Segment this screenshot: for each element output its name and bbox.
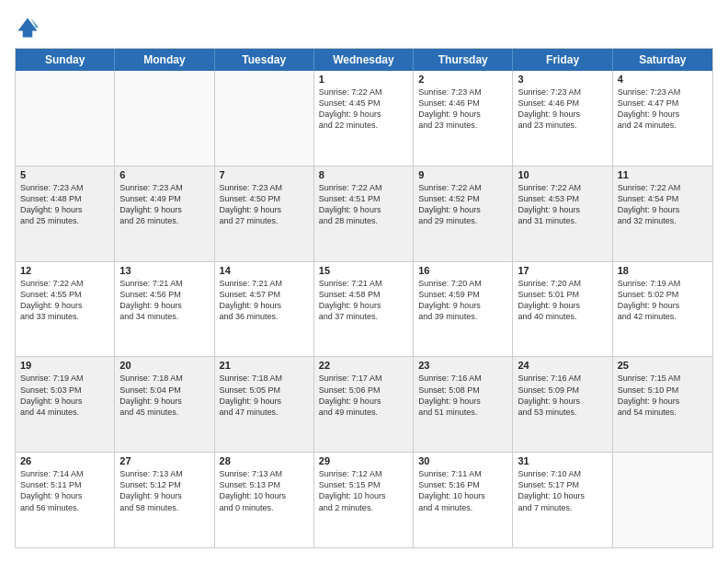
cell-text: Sunrise: 7:23 AM Sunset: 4:46 PM Dayligh… (418, 86, 507, 132)
calendar-header-cell: Sunday (16, 49, 115, 71)
calendar-cell: 18Sunrise: 7:19 AM Sunset: 5:02 PM Dayli… (613, 262, 712, 357)
day-number: 8 (319, 169, 408, 180)
calendar-cell: 15Sunrise: 7:21 AM Sunset: 4:58 PM Dayli… (314, 262, 414, 357)
calendar-cell: 13Sunrise: 7:21 AM Sunset: 4:56 PM Dayli… (115, 262, 214, 357)
calendar-cell: 7Sunrise: 7:23 AM Sunset: 4:50 PM Daylig… (215, 167, 314, 261)
cell-text: Sunrise: 7:23 AM Sunset: 4:47 PM Dayligh… (618, 86, 708, 132)
cell-text: Sunrise: 7:18 AM Sunset: 5:05 PM Dayligh… (220, 373, 309, 418)
calendar-cell: 9Sunrise: 7:22 AM Sunset: 4:52 PM Daylig… (414, 167, 513, 261)
calendar-cell: 3Sunrise: 7:23 AM Sunset: 4:46 PM Daylig… (513, 71, 612, 166)
calendar-header-cell: Monday (115, 49, 214, 71)
calendar-cell: 4Sunrise: 7:23 AM Sunset: 4:47 PM Daylig… (613, 71, 712, 166)
calendar-row: 19Sunrise: 7:19 AM Sunset: 5:03 PM Dayli… (16, 357, 712, 453)
cell-text: Sunrise: 7:21 AM Sunset: 4:56 PM Dayligh… (119, 278, 209, 323)
calendar-row: 12Sunrise: 7:22 AM Sunset: 4:55 PM Dayli… (16, 262, 712, 358)
day-number: 9 (418, 169, 507, 180)
cell-text: Sunrise: 7:14 AM Sunset: 5:11 PM Dayligh… (20, 468, 109, 513)
calendar-header: SundayMondayTuesdayWednesdayThursdayFrid… (16, 49, 712, 71)
day-number: 2 (418, 74, 507, 85)
calendar-header-cell: Tuesday (215, 49, 314, 71)
calendar-header-cell: Friday (513, 49, 612, 71)
cell-text: Sunrise: 7:13 AM Sunset: 5:12 PM Dayligh… (119, 468, 209, 513)
cell-text: Sunrise: 7:17 AM Sunset: 5:06 PM Dayligh… (319, 373, 408, 418)
cell-text: Sunrise: 7:22 AM Sunset: 4:45 PM Dayligh… (319, 86, 408, 132)
cell-text: Sunrise: 7:16 AM Sunset: 5:09 PM Dayligh… (518, 373, 607, 418)
calendar-cell: 25Sunrise: 7:15 AM Sunset: 5:10 PM Dayli… (613, 357, 712, 452)
cell-text: Sunrise: 7:13 AM Sunset: 5:13 PM Dayligh… (220, 468, 309, 513)
calendar-cell: 27Sunrise: 7:13 AM Sunset: 5:12 PM Dayli… (115, 453, 214, 547)
calendar-cell: 26Sunrise: 7:14 AM Sunset: 5:11 PM Dayli… (16, 453, 115, 547)
calendar-cell (16, 71, 115, 166)
cell-text: Sunrise: 7:19 AM Sunset: 5:03 PM Dayligh… (20, 373, 109, 418)
day-number: 15 (319, 265, 408, 276)
calendar-row: 5Sunrise: 7:23 AM Sunset: 4:48 PM Daylig… (16, 167, 712, 262)
calendar-body: 1Sunrise: 7:22 AM Sunset: 4:45 PM Daylig… (16, 71, 712, 547)
calendar-cell: 16Sunrise: 7:20 AM Sunset: 4:59 PM Dayli… (414, 262, 513, 357)
cell-text: Sunrise: 7:21 AM Sunset: 4:57 PM Dayligh… (220, 278, 309, 323)
calendar-cell: 30Sunrise: 7:11 AM Sunset: 5:16 PM Dayli… (414, 453, 513, 547)
cell-text: Sunrise: 7:22 AM Sunset: 4:53 PM Dayligh… (518, 182, 607, 227)
day-number: 16 (418, 265, 507, 276)
day-number: 23 (418, 360, 507, 371)
calendar-row: 26Sunrise: 7:14 AM Sunset: 5:11 PM Dayli… (16, 453, 712, 547)
calendar-cell: 2Sunrise: 7:23 AM Sunset: 4:46 PM Daylig… (414, 71, 513, 166)
calendar-cell: 29Sunrise: 7:12 AM Sunset: 5:15 PM Dayli… (314, 453, 414, 547)
calendar-cell: 6Sunrise: 7:23 AM Sunset: 4:49 PM Daylig… (115, 167, 214, 261)
calendar-cell: 12Sunrise: 7:22 AM Sunset: 4:55 PM Dayli… (16, 262, 115, 357)
logo-icon (15, 15, 40, 40)
cell-text: Sunrise: 7:23 AM Sunset: 4:49 PM Dayligh… (119, 182, 209, 227)
calendar-cell: 31Sunrise: 7:10 AM Sunset: 5:17 PM Dayli… (513, 453, 612, 547)
day-number: 4 (618, 74, 708, 85)
calendar-header-cell: Saturday (613, 49, 712, 71)
cell-text: Sunrise: 7:10 AM Sunset: 5:17 PM Dayligh… (518, 468, 607, 513)
cell-text: Sunrise: 7:11 AM Sunset: 5:16 PM Dayligh… (418, 468, 507, 513)
day-number: 7 (220, 169, 309, 180)
day-number: 24 (518, 360, 607, 371)
day-number: 28 (220, 455, 309, 466)
cell-text: Sunrise: 7:22 AM Sunset: 4:51 PM Dayligh… (319, 182, 408, 227)
cell-text: Sunrise: 7:20 AM Sunset: 4:59 PM Dayligh… (418, 278, 507, 323)
day-number: 30 (418, 455, 507, 466)
day-number: 11 (618, 169, 708, 180)
day-number: 10 (518, 169, 607, 180)
calendar: SundayMondayTuesdayWednesdayThursdayFrid… (15, 48, 713, 548)
calendar-cell: 5Sunrise: 7:23 AM Sunset: 4:48 PM Daylig… (16, 167, 115, 261)
calendar-cell: 24Sunrise: 7:16 AM Sunset: 5:09 PM Dayli… (513, 357, 612, 452)
day-number: 12 (20, 265, 109, 276)
cell-text: Sunrise: 7:20 AM Sunset: 5:01 PM Dayligh… (518, 278, 607, 323)
cell-text: Sunrise: 7:18 AM Sunset: 5:04 PM Dayligh… (119, 373, 209, 418)
calendar-cell: 17Sunrise: 7:20 AM Sunset: 5:01 PM Dayli… (513, 262, 612, 357)
cell-text: Sunrise: 7:22 AM Sunset: 4:54 PM Dayligh… (618, 182, 708, 227)
cell-text: Sunrise: 7:12 AM Sunset: 5:15 PM Dayligh… (319, 468, 408, 513)
day-number: 18 (618, 265, 708, 276)
day-number: 31 (518, 455, 607, 466)
day-number: 5 (20, 169, 109, 180)
cell-text: Sunrise: 7:22 AM Sunset: 4:52 PM Dayligh… (418, 182, 507, 227)
day-number: 22 (319, 360, 408, 371)
calendar-cell: 14Sunrise: 7:21 AM Sunset: 4:57 PM Dayli… (215, 262, 314, 357)
calendar-cell: 19Sunrise: 7:19 AM Sunset: 5:03 PM Dayli… (16, 357, 115, 452)
day-number: 21 (220, 360, 309, 371)
calendar-cell: 1Sunrise: 7:22 AM Sunset: 4:45 PM Daylig… (314, 71, 414, 166)
calendar-cell: 20Sunrise: 7:18 AM Sunset: 5:04 PM Dayli… (115, 357, 214, 452)
calendar-header-cell: Thursday (414, 49, 513, 71)
calendar-cell: 28Sunrise: 7:13 AM Sunset: 5:13 PM Dayli… (215, 453, 314, 547)
calendar-cell (215, 71, 314, 166)
day-number: 26 (20, 455, 109, 466)
day-number: 17 (518, 265, 607, 276)
cell-text: Sunrise: 7:21 AM Sunset: 4:58 PM Dayligh… (319, 278, 408, 323)
cell-text: Sunrise: 7:22 AM Sunset: 4:55 PM Dayligh… (20, 278, 109, 323)
day-number: 6 (119, 169, 209, 180)
day-number: 19 (20, 360, 109, 371)
logo (15, 15, 44, 40)
cell-text: Sunrise: 7:23 AM Sunset: 4:50 PM Dayligh… (220, 182, 309, 227)
calendar-cell: 10Sunrise: 7:22 AM Sunset: 4:53 PM Dayli… (513, 167, 612, 261)
calendar-cell: 11Sunrise: 7:22 AM Sunset: 4:54 PM Dayli… (613, 167, 712, 261)
calendar-row: 1Sunrise: 7:22 AM Sunset: 4:45 PM Daylig… (16, 71, 712, 167)
day-number: 14 (220, 265, 309, 276)
day-number: 13 (119, 265, 209, 276)
cell-text: Sunrise: 7:23 AM Sunset: 4:46 PM Dayligh… (518, 86, 607, 132)
calendar-cell (115, 71, 214, 166)
calendar-cell: 22Sunrise: 7:17 AM Sunset: 5:06 PM Dayli… (314, 357, 414, 452)
day-number: 25 (618, 360, 708, 371)
